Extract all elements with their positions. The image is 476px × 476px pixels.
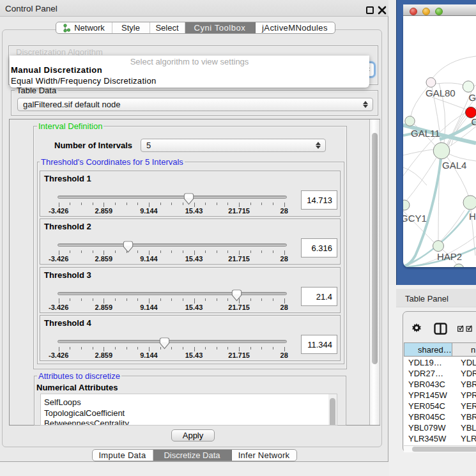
svg-text:H: H (469, 211, 476, 222)
svg-text:GCY1: GCY1 (403, 213, 427, 224)
svg-text:GAL4: GAL4 (442, 160, 466, 171)
svg-text:C: C (472, 116, 476, 127)
svg-text:HAP2: HAP2 (437, 251, 462, 262)
svg-text:GAL11: GAL11 (411, 128, 440, 139)
svg-text:GAL80: GAL80 (426, 88, 456, 98)
svg-text:GA: GA (469, 92, 476, 103)
